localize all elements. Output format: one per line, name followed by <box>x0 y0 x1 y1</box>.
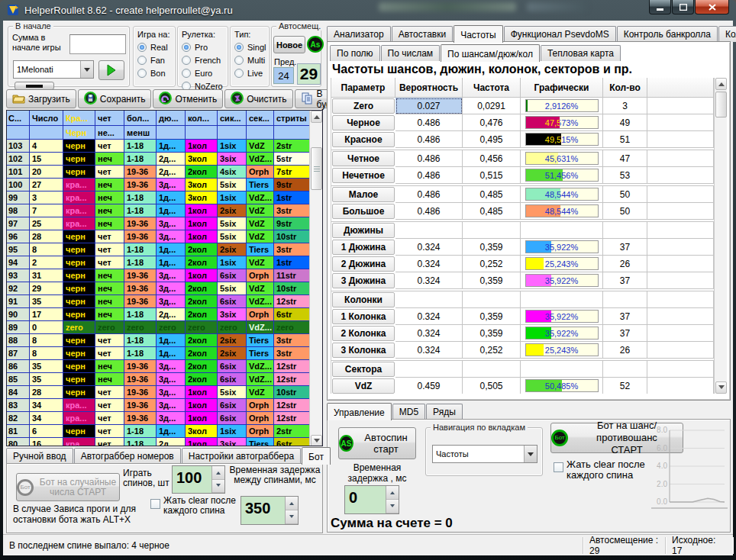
spin-cell[interactable]: 9str <box>274 179 311 191</box>
bottom-left-tab-1[interactable]: Ручной ввод <box>6 448 73 464</box>
radio-icon[interactable] <box>137 56 147 65</box>
spins-header-cell[interactable] <box>7 126 30 140</box>
freq-probability-cell[interactable]: 0.486 <box>395 150 463 167</box>
spin-cell[interactable]: 2 <box>30 256 63 269</box>
minimize-button[interactable] <box>649 0 671 14</box>
spin-cell[interactable]: 1-18 <box>124 153 157 166</box>
freq-param-cell[interactable]: Четное <box>332 151 395 166</box>
spin-cell[interactable]: 83 <box>7 399 30 412</box>
spin-cell[interactable]: чет <box>95 386 124 399</box>
spin-cell[interactable]: 87 <box>7 347 30 360</box>
spin-cell[interactable]: 3кол <box>186 179 218 191</box>
spin-cell[interactable]: zero <box>63 321 95 334</box>
spin-cell[interactable]: 1кол <box>186 399 218 412</box>
spin-cell[interactable]: 96 <box>7 230 30 243</box>
scrollbar-thumb[interactable] <box>311 147 322 190</box>
spin-cell[interactable]: 102 <box>7 153 30 166</box>
spin-cell[interactable]: черн <box>63 334 95 347</box>
tab-6[interactable]: Колесо <box>718 26 736 42</box>
spin-cell[interactable]: 2str <box>274 140 311 153</box>
spins-header-cell[interactable]: кол... <box>186 111 218 126</box>
spin-cell[interactable]: 1кол <box>186 230 218 243</box>
radio-option-real[interactable]: Real <box>137 43 175 52</box>
spin-cell[interactable]: zero <box>274 321 311 334</box>
freq-count-cell[interactable]: 53 <box>603 167 647 184</box>
spin-cell[interactable]: 2д... <box>157 308 186 321</box>
spin-cell[interactable]: 1д... <box>157 243 186 256</box>
spins-count-stepper[interactable]: 100 <box>172 465 225 494</box>
freq-probability-cell[interactable]: 0.486 <box>395 186 463 203</box>
spins-header-cell[interactable]: Черн <box>63 126 95 140</box>
spin-cell[interactable]: 84 <box>7 386 30 399</box>
freq-frequency-cell[interactable]: 0,476 <box>463 114 521 131</box>
spin-cell[interactable]: Tiers <box>247 347 274 360</box>
spin-cell[interactable]: 95 <box>7 243 30 256</box>
spin-cell[interactable]: 35 <box>30 373 63 386</box>
spin-cell[interactable]: 16 <box>30 438 63 446</box>
spin-cell[interactable]: черн <box>63 373 95 386</box>
spin-cell[interactable]: 85 <box>7 373 30 386</box>
spin-cell[interactable]: 2str <box>274 425 311 438</box>
spin-cell[interactable]: 12str <box>274 360 311 373</box>
spins-header-cell[interactable]: бол... <box>124 111 157 126</box>
spin-cell[interactable]: 3д... <box>157 412 186 425</box>
spin-cell[interactable]: 19-36 <box>124 269 157 282</box>
chevron-down-icon[interactable] <box>524 446 537 462</box>
spin-cell[interactable]: 3д... <box>157 373 186 386</box>
freq-frequency-cell[interactable]: 0,495 <box>463 131 521 148</box>
spin-cell[interactable]: черн <box>63 269 95 282</box>
spin-cell[interactable]: 19-36 <box>124 282 157 295</box>
radio-option-singl[interactable]: Singl <box>234 43 269 52</box>
spin-cell[interactable]: VdZ <box>247 217 274 230</box>
freq-probability-cell[interactable]: 0.486 <box>395 167 463 184</box>
spin-cell[interactable]: 2six <box>218 204 247 217</box>
scroll-up-icon[interactable] <box>311 111 322 123</box>
spin-cell[interactable]: чет <box>95 412 124 425</box>
spin-cell[interactable]: 1д... <box>157 140 186 153</box>
spin-cell[interactable]: 3str <box>274 243 311 256</box>
spin-cell[interactable]: 1-18 <box>124 191 157 204</box>
spin-cell[interactable]: черн <box>63 166 95 179</box>
spins-header-cell[interactable] <box>157 126 186 140</box>
spins-header-cell[interactable] <box>30 126 63 140</box>
freq-frequency-cell[interactable]: 0,0291 <box>463 98 521 114</box>
spin-cell[interactable]: 19-36 <box>124 179 157 191</box>
spin-cell[interactable]: 2кол <box>186 282 218 295</box>
spin-cell[interactable]: черн <box>63 153 95 166</box>
spin-cell[interactable]: zero <box>157 321 186 334</box>
freq-param-cell[interactable]: Красное <box>332 132 395 147</box>
spins-header-cell[interactable] <box>274 126 311 140</box>
spin-cell[interactable]: 19-36 <box>124 360 157 373</box>
freq-param-cell[interactable]: 1 Колонка <box>332 309 395 324</box>
spins-header-cell[interactable]: Число <box>30 111 63 126</box>
spin-cell[interactable]: 98 <box>7 204 30 217</box>
freq-probability-cell[interactable]: 0.486 <box>395 203 463 220</box>
radio-option-french[interactable]: French <box>182 56 228 65</box>
spin-cell[interactable]: 2кол <box>186 243 218 256</box>
spin-cell[interactable]: 15 <box>30 153 63 166</box>
spins-header-cell[interactable]: С... <box>7 111 30 126</box>
freq-param-cell[interactable]: Нечетное <box>332 168 395 183</box>
spins-scrollbar[interactable] <box>309 111 322 446</box>
spins-header-cell[interactable]: стриты <box>274 111 311 126</box>
freq-count-cell[interactable]: 37 <box>603 272 647 289</box>
spin-cell[interactable]: 25 <box>30 217 63 230</box>
spin-cell[interactable]: 89 <box>7 321 30 334</box>
spin-cell[interactable]: 1кол <box>186 269 218 282</box>
freq-param-cell[interactable]: Колонки <box>332 292 395 307</box>
spin-cell[interactable]: кра... <box>63 412 95 425</box>
spin-cell[interactable]: черн <box>63 425 95 438</box>
spin-cell[interactable]: 91 <box>7 295 30 308</box>
spin-cell[interactable]: черн <box>63 347 95 360</box>
spin-cell[interactable]: черн <box>63 295 95 308</box>
freq-param-cell[interactable]: Zero <box>332 98 395 114</box>
spin-cell[interactable]: черн <box>63 308 95 321</box>
spins-header-cell[interactable] <box>247 126 274 140</box>
bottom-left-tab-3[interactable]: Настройки автограббера <box>182 448 301 464</box>
spin-cell[interactable]: 1six <box>218 425 247 438</box>
spin-cell[interactable]: 1кол <box>186 217 218 230</box>
spin-cell[interactable]: кра... <box>63 399 95 412</box>
spin-cell[interactable]: 88 <box>7 334 30 347</box>
spin-cell[interactable]: 3д... <box>157 217 186 230</box>
play-button[interactable] <box>98 60 124 80</box>
